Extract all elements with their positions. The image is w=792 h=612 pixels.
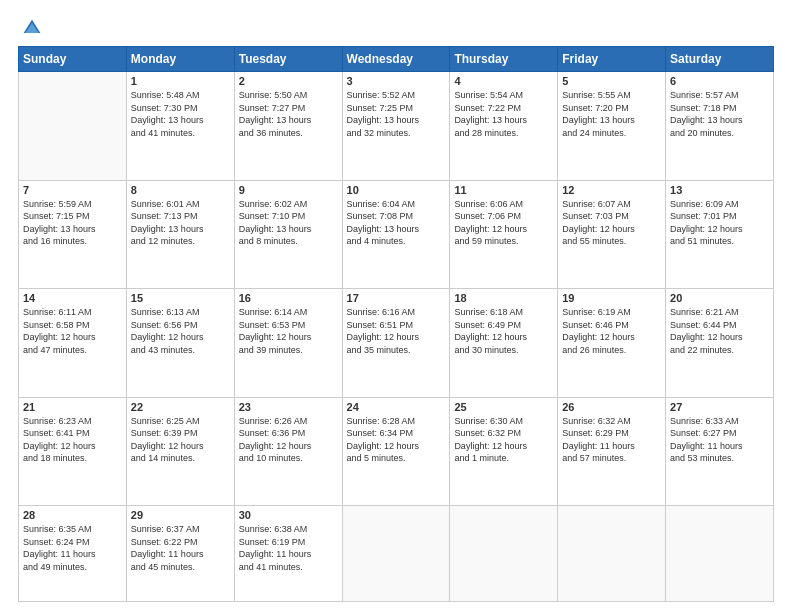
day-info: Sunrise: 6:19 AM Sunset: 6:46 PM Dayligh… xyxy=(562,306,661,356)
day-number: 11 xyxy=(454,184,553,196)
day-header-thursday: Thursday xyxy=(450,47,558,72)
day-number: 29 xyxy=(131,509,230,521)
page: SundayMondayTuesdayWednesdayThursdayFrid… xyxy=(0,0,792,612)
calendar-cell: 11Sunrise: 6:06 AM Sunset: 7:06 PM Dayli… xyxy=(450,180,558,289)
day-number: 14 xyxy=(23,292,122,304)
calendar-cell: 26Sunrise: 6:32 AM Sunset: 6:29 PM Dayli… xyxy=(558,397,666,506)
day-info: Sunrise: 5:50 AM Sunset: 7:27 PM Dayligh… xyxy=(239,89,338,139)
calendar-cell xyxy=(450,506,558,602)
day-number: 22 xyxy=(131,401,230,413)
day-header-wednesday: Wednesday xyxy=(342,47,450,72)
calendar-cell: 14Sunrise: 6:11 AM Sunset: 6:58 PM Dayli… xyxy=(19,289,127,398)
day-info: Sunrise: 6:16 AM Sunset: 6:51 PM Dayligh… xyxy=(347,306,446,356)
day-number: 8 xyxy=(131,184,230,196)
day-number: 28 xyxy=(23,509,122,521)
day-info: Sunrise: 5:57 AM Sunset: 7:18 PM Dayligh… xyxy=(670,89,769,139)
day-info: Sunrise: 6:18 AM Sunset: 6:49 PM Dayligh… xyxy=(454,306,553,356)
day-info: Sunrise: 6:38 AM Sunset: 6:19 PM Dayligh… xyxy=(239,523,338,573)
calendar-cell: 1Sunrise: 5:48 AM Sunset: 7:30 PM Daylig… xyxy=(126,72,234,181)
day-info: Sunrise: 6:32 AM Sunset: 6:29 PM Dayligh… xyxy=(562,415,661,465)
day-number: 25 xyxy=(454,401,553,413)
calendar-cell xyxy=(558,506,666,602)
day-info: Sunrise: 6:25 AM Sunset: 6:39 PM Dayligh… xyxy=(131,415,230,465)
day-info: Sunrise: 5:55 AM Sunset: 7:20 PM Dayligh… xyxy=(562,89,661,139)
calendar-cell: 3Sunrise: 5:52 AM Sunset: 7:25 PM Daylig… xyxy=(342,72,450,181)
day-info: Sunrise: 5:54 AM Sunset: 7:22 PM Dayligh… xyxy=(454,89,553,139)
day-number: 10 xyxy=(347,184,446,196)
calendar-header-row: SundayMondayTuesdayWednesdayThursdayFrid… xyxy=(19,47,774,72)
calendar-cell: 12Sunrise: 6:07 AM Sunset: 7:03 PM Dayli… xyxy=(558,180,666,289)
calendar-cell: 2Sunrise: 5:50 AM Sunset: 7:27 PM Daylig… xyxy=(234,72,342,181)
day-number: 3 xyxy=(347,75,446,87)
day-number: 7 xyxy=(23,184,122,196)
header xyxy=(18,18,774,38)
day-number: 16 xyxy=(239,292,338,304)
calendar-cell: 5Sunrise: 5:55 AM Sunset: 7:20 PM Daylig… xyxy=(558,72,666,181)
day-header-tuesday: Tuesday xyxy=(234,47,342,72)
calendar-cell: 10Sunrise: 6:04 AM Sunset: 7:08 PM Dayli… xyxy=(342,180,450,289)
day-number: 12 xyxy=(562,184,661,196)
day-info: Sunrise: 5:59 AM Sunset: 7:15 PM Dayligh… xyxy=(23,198,122,248)
day-number: 1 xyxy=(131,75,230,87)
day-info: Sunrise: 6:33 AM Sunset: 6:27 PM Dayligh… xyxy=(670,415,769,465)
calendar-cell: 15Sunrise: 6:13 AM Sunset: 6:56 PM Dayli… xyxy=(126,289,234,398)
day-info: Sunrise: 6:21 AM Sunset: 6:44 PM Dayligh… xyxy=(670,306,769,356)
calendar-cell: 16Sunrise: 6:14 AM Sunset: 6:53 PM Dayli… xyxy=(234,289,342,398)
calendar-cell: 20Sunrise: 6:21 AM Sunset: 6:44 PM Dayli… xyxy=(666,289,774,398)
day-info: Sunrise: 6:04 AM Sunset: 7:08 PM Dayligh… xyxy=(347,198,446,248)
day-number: 9 xyxy=(239,184,338,196)
calendar-cell: 19Sunrise: 6:19 AM Sunset: 6:46 PM Dayli… xyxy=(558,289,666,398)
calendar-cell: 22Sunrise: 6:25 AM Sunset: 6:39 PM Dayli… xyxy=(126,397,234,506)
day-number: 30 xyxy=(239,509,338,521)
day-info: Sunrise: 6:09 AM Sunset: 7:01 PM Dayligh… xyxy=(670,198,769,248)
day-number: 6 xyxy=(670,75,769,87)
calendar-cell: 25Sunrise: 6:30 AM Sunset: 6:32 PM Dayli… xyxy=(450,397,558,506)
day-number: 24 xyxy=(347,401,446,413)
day-info: Sunrise: 6:13 AM Sunset: 6:56 PM Dayligh… xyxy=(131,306,230,356)
day-number: 17 xyxy=(347,292,446,304)
day-number: 26 xyxy=(562,401,661,413)
day-header-monday: Monday xyxy=(126,47,234,72)
day-info: Sunrise: 6:11 AM Sunset: 6:58 PM Dayligh… xyxy=(23,306,122,356)
day-info: Sunrise: 5:52 AM Sunset: 7:25 PM Dayligh… xyxy=(347,89,446,139)
day-info: Sunrise: 6:23 AM Sunset: 6:41 PM Dayligh… xyxy=(23,415,122,465)
day-info: Sunrise: 6:07 AM Sunset: 7:03 PM Dayligh… xyxy=(562,198,661,248)
calendar-cell: 24Sunrise: 6:28 AM Sunset: 6:34 PM Dayli… xyxy=(342,397,450,506)
calendar-cell: 29Sunrise: 6:37 AM Sunset: 6:22 PM Dayli… xyxy=(126,506,234,602)
calendar-week-row: 7Sunrise: 5:59 AM Sunset: 7:15 PM Daylig… xyxy=(19,180,774,289)
day-number: 21 xyxy=(23,401,122,413)
day-info: Sunrise: 5:48 AM Sunset: 7:30 PM Dayligh… xyxy=(131,89,230,139)
day-info: Sunrise: 6:14 AM Sunset: 6:53 PM Dayligh… xyxy=(239,306,338,356)
calendar-cell xyxy=(19,72,127,181)
calendar-cell: 21Sunrise: 6:23 AM Sunset: 6:41 PM Dayli… xyxy=(19,397,127,506)
day-info: Sunrise: 6:28 AM Sunset: 6:34 PM Dayligh… xyxy=(347,415,446,465)
day-info: Sunrise: 6:01 AM Sunset: 7:13 PM Dayligh… xyxy=(131,198,230,248)
calendar-cell: 18Sunrise: 6:18 AM Sunset: 6:49 PM Dayli… xyxy=(450,289,558,398)
calendar-cell: 17Sunrise: 6:16 AM Sunset: 6:51 PM Dayli… xyxy=(342,289,450,398)
day-number: 27 xyxy=(670,401,769,413)
calendar-cell: 13Sunrise: 6:09 AM Sunset: 7:01 PM Dayli… xyxy=(666,180,774,289)
day-number: 18 xyxy=(454,292,553,304)
calendar-table: SundayMondayTuesdayWednesdayThursdayFrid… xyxy=(18,46,774,602)
day-number: 13 xyxy=(670,184,769,196)
calendar-week-row: 1Sunrise: 5:48 AM Sunset: 7:30 PM Daylig… xyxy=(19,72,774,181)
calendar-cell xyxy=(666,506,774,602)
day-info: Sunrise: 6:37 AM Sunset: 6:22 PM Dayligh… xyxy=(131,523,230,573)
calendar-cell xyxy=(342,506,450,602)
day-header-saturday: Saturday xyxy=(666,47,774,72)
day-info: Sunrise: 6:02 AM Sunset: 7:10 PM Dayligh… xyxy=(239,198,338,248)
calendar-cell: 30Sunrise: 6:38 AM Sunset: 6:19 PM Dayli… xyxy=(234,506,342,602)
calendar-cell: 7Sunrise: 5:59 AM Sunset: 7:15 PM Daylig… xyxy=(19,180,127,289)
logo xyxy=(18,18,42,38)
day-info: Sunrise: 6:35 AM Sunset: 6:24 PM Dayligh… xyxy=(23,523,122,573)
day-number: 20 xyxy=(670,292,769,304)
day-info: Sunrise: 6:30 AM Sunset: 6:32 PM Dayligh… xyxy=(454,415,553,465)
day-info: Sunrise: 6:26 AM Sunset: 6:36 PM Dayligh… xyxy=(239,415,338,465)
day-number: 19 xyxy=(562,292,661,304)
day-number: 15 xyxy=(131,292,230,304)
calendar-week-row: 14Sunrise: 6:11 AM Sunset: 6:58 PM Dayli… xyxy=(19,289,774,398)
day-info: Sunrise: 6:06 AM Sunset: 7:06 PM Dayligh… xyxy=(454,198,553,248)
calendar-cell: 28Sunrise: 6:35 AM Sunset: 6:24 PM Dayli… xyxy=(19,506,127,602)
calendar-cell: 8Sunrise: 6:01 AM Sunset: 7:13 PM Daylig… xyxy=(126,180,234,289)
day-number: 2 xyxy=(239,75,338,87)
